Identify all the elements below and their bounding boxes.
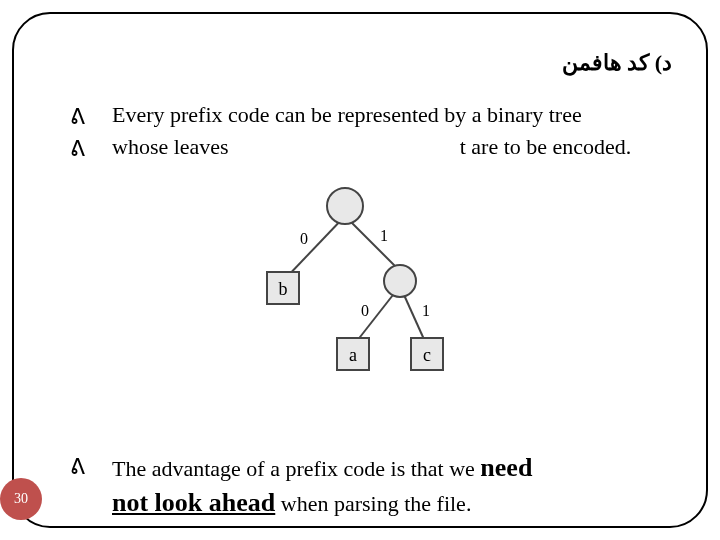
advantage-tail: when parsing the file. xyxy=(275,491,471,516)
binary-tree-diagram: b a c 0 1 0 1 xyxy=(245,186,445,376)
edge-root-right xyxy=(345,216,400,271)
edge-label-root-left: 0 xyxy=(300,230,308,247)
advantage-lead: The advantage of a prefix code is that w… xyxy=(112,456,480,481)
bullet-item-3: ᕕ The advantage of a prefix code is that… xyxy=(70,450,682,520)
bullet-item-2: ᕕ whose leaves t are to be encoded. xyxy=(70,132,682,162)
bullet-icon: ᕕ xyxy=(70,102,85,132)
bullet-item-1: ᕕ Every prefix code can be represented b… xyxy=(70,100,682,130)
bullet-1-text: Every prefix code can be represented by … xyxy=(112,102,582,127)
page-number-badge: 30 xyxy=(0,478,42,520)
page-number: 30 xyxy=(14,491,28,507)
edge-label-mid-right: 1 xyxy=(422,302,430,319)
bullet-icon: ᕕ xyxy=(70,452,85,482)
edge-label-mid-left: 0 xyxy=(361,302,369,319)
slide: د) کد هافمن ᕕ Every prefix code can be r… xyxy=(0,0,720,540)
leaf-a-label: a xyxy=(349,345,357,365)
bullet-icon: ᕕ xyxy=(70,134,85,164)
slide-title: د) کد هافمن xyxy=(562,50,672,76)
root-node xyxy=(327,188,363,224)
advantage-need: need xyxy=(480,453,532,482)
leaf-b-label: b xyxy=(279,279,288,299)
content-area: ᕕ Every prefix code can be represented b… xyxy=(70,100,682,163)
advantage-block: ᕕ The advantage of a prefix code is that… xyxy=(70,450,682,522)
internal-node xyxy=(384,265,416,297)
bullet-2-text-a: whose leaves xyxy=(112,134,229,159)
bullet-2-text-b: t are to be encoded. xyxy=(460,134,632,159)
leaf-c-label: c xyxy=(423,345,431,365)
edge-label-root-right: 1 xyxy=(380,227,388,244)
advantage-notlook: not look ahead xyxy=(112,488,275,517)
